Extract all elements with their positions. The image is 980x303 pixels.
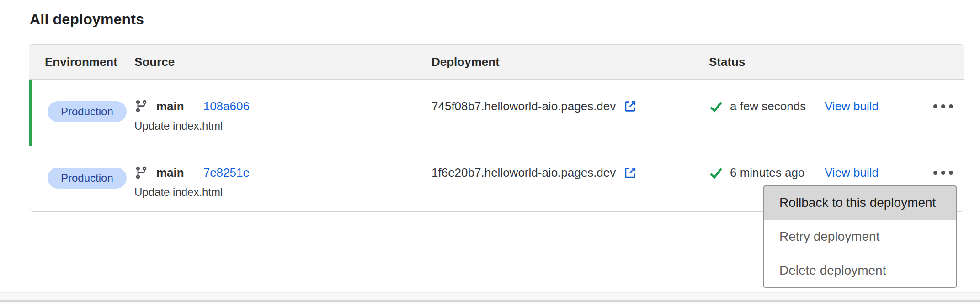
menu-item-retry[interactable]: Retry deployment bbox=[764, 220, 956, 254]
deployment-cell: 745f08b7.helloworld-aio.pages.dev bbox=[431, 80, 709, 114]
check-icon bbox=[709, 166, 723, 180]
source-cell: main 108a606 Update index.html bbox=[134, 80, 431, 133]
active-deployment-indicator bbox=[29, 80, 32, 146]
ellipsis-icon bbox=[933, 104, 937, 108]
deployment-url: 1f6e20b7.helloworld-aio.pages.dev bbox=[431, 165, 616, 180]
environment-cell: Production bbox=[45, 146, 134, 189]
git-branch-icon bbox=[134, 99, 148, 113]
deployment-row: Production main 108a606 Update index.htm… bbox=[29, 80, 964, 146]
branch-name: main bbox=[156, 99, 184, 114]
commit-message: Update index.html bbox=[134, 185, 431, 200]
status-text: a few seconds bbox=[730, 99, 806, 114]
deployment-cell: 1f6e20b7.helloworld-aio.pages.dev bbox=[431, 146, 709, 180]
column-header-status: Status bbox=[709, 55, 964, 69]
external-link-icon[interactable] bbox=[623, 166, 637, 180]
deployment-context-menu: Rollback to this deployment Retry deploy… bbox=[763, 185, 957, 288]
table-header-row: Environment Source Deployment Status bbox=[29, 45, 964, 80]
view-build-link[interactable]: View build bbox=[825, 99, 879, 114]
divider-line bbox=[0, 300, 980, 302]
environment-badge: Production bbox=[48, 101, 127, 122]
check-icon bbox=[709, 99, 723, 114]
column-header-deployment: Deployment bbox=[431, 55, 709, 69]
row-menu-button[interactable] bbox=[933, 165, 953, 180]
external-link-icon[interactable] bbox=[623, 99, 637, 114]
branch-name: main bbox=[156, 165, 184, 180]
environment-badge: Production bbox=[48, 168, 127, 189]
status-cell: 6 minutes ago View build bbox=[709, 146, 964, 180]
ellipsis-icon bbox=[933, 171, 937, 175]
commit-message: Update index.html bbox=[134, 119, 431, 133]
environment-cell: Production bbox=[45, 80, 134, 122]
menu-item-delete[interactable]: Delete deployment bbox=[764, 254, 956, 287]
column-header-environment: Environment bbox=[45, 55, 134, 69]
status-text: 6 minutes ago bbox=[730, 165, 804, 180]
page-title: All deployments bbox=[30, 11, 144, 28]
menu-item-rollback[interactable]: Rollback to this deployment bbox=[764, 186, 956, 220]
row-menu-button[interactable] bbox=[933, 99, 953, 114]
source-cell: main 7e8251e Update index.html bbox=[134, 146, 431, 200]
git-branch-icon bbox=[134, 166, 148, 179]
deployment-url: 745f08b7.helloworld-aio.pages.dev bbox=[431, 99, 616, 114]
commit-link[interactable]: 7e8251e bbox=[203, 165, 250, 180]
view-build-link[interactable]: View build bbox=[825, 165, 879, 180]
status-cell: a few seconds View build bbox=[709, 80, 964, 114]
column-header-source: Source bbox=[134, 55, 431, 69]
commit-link[interactable]: 108a606 bbox=[203, 99, 250, 114]
page-bottom-divider bbox=[0, 292, 980, 303]
